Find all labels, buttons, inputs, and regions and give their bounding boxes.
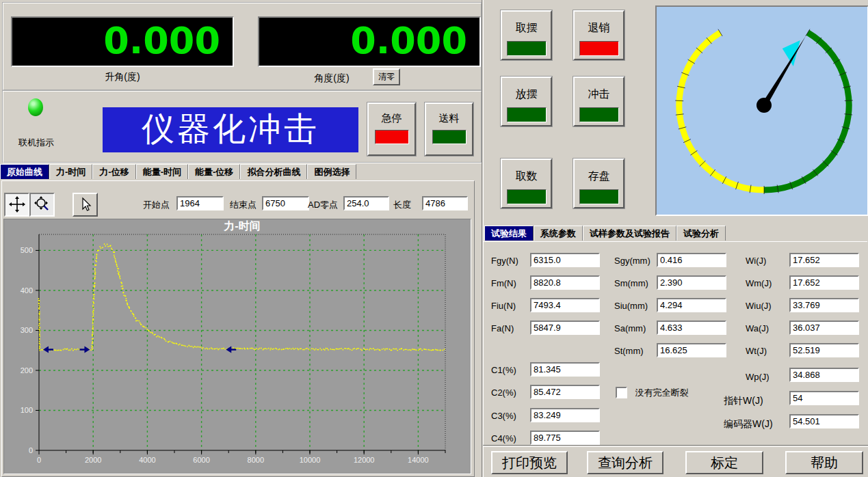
result-panel-edge (483, 241, 867, 243)
mode-banner: 仪器化冲击 (103, 107, 358, 152)
siu-label: Siu(mm) (614, 301, 648, 311)
tab-test-analysis[interactable]: 试验分析 (676, 226, 726, 241)
lift-angle-value: 0.000 (103, 19, 220, 62)
tab-system-params[interactable]: 系统参数 (534, 226, 583, 241)
pan-tool-button[interactable] (4, 193, 29, 217)
retract-pin-button[interactable]: 退销 (573, 10, 624, 60)
fa-input[interactable] (530, 321, 600, 335)
angle-display: 0.000 (258, 16, 481, 67)
tab-sample-params-report[interactable]: 试样参数及试验报告 (583, 226, 676, 241)
svg-text:6000: 6000 (193, 456, 209, 464)
chart-panel: 开始点 结束点 AD零点 长度 010020030040050002000400… (1, 180, 475, 477)
lift-angle-display: 0.000 (11, 16, 234, 67)
wp-label: Wp(J) (746, 372, 770, 382)
wt-input[interactable] (789, 343, 859, 357)
svg-text:100: 100 (21, 406, 33, 414)
encoder-w-input[interactable] (789, 414, 859, 428)
release-pendulum-indicator (507, 107, 547, 122)
c4-input[interactable] (530, 431, 600, 445)
tab-energy-time[interactable]: 能量-时间 (136, 164, 188, 179)
checkbox-box[interactable] (616, 387, 627, 398)
fiu-label: Fiu(N) (491, 301, 516, 311)
retract-pin-indicator (579, 41, 619, 56)
pointer-w-input[interactable] (789, 391, 859, 405)
fgy-label: Fgy(N) (491, 256, 518, 266)
angle-value: 0.000 (350, 19, 467, 62)
save-disk-button[interactable]: 存盘 (573, 159, 624, 208)
c3-label: C3(%) (491, 411, 516, 421)
svg-text:500: 500 (21, 246, 33, 254)
zoom-tool-button[interactable] (29, 193, 55, 217)
retract-pin-label: 退销 (575, 21, 623, 36)
vertical-divider (482, 0, 484, 477)
lift-angle-label: 升角(度) (11, 71, 234, 83)
wm-label: Wm(J) (746, 278, 772, 288)
print-preview-button[interactable]: 打印预览 (491, 451, 568, 474)
fm-input[interactable] (530, 275, 600, 290)
online-led-label: 联机指示 (9, 137, 64, 149)
status-groupbox: 联机指示 仪器化冲击 急停 送料 (2, 90, 482, 163)
force-time-chart[interactable]: 0100200300400500020004000600080001000012… (3, 219, 471, 474)
tab-energy-displacement[interactable]: 能量-位移 (188, 164, 240, 179)
tab-raw-curve[interactable]: 原始曲线 (0, 164, 49, 179)
help-button[interactable]: 帮助 (785, 451, 863, 474)
not-fully-broken-checkbox[interactable]: 没有完全断裂 (616, 386, 688, 399)
siu-input[interactable] (657, 298, 726, 312)
st-input[interactable] (657, 343, 726, 357)
release-pendulum-button[interactable]: 放摆 (501, 77, 552, 126)
cursor-tool-button[interactable] (73, 193, 98, 217)
curve-tabstrip: 原始曲线力-时间力-位移能量-时间能量-位移拟合分析曲线图例选择 (0, 164, 479, 180)
tab-legend-select[interactable]: 图例选择 (307, 164, 356, 179)
clear-zero-button[interactable]: 清零 (373, 68, 400, 85)
c4-label: C4(%) (491, 433, 516, 444)
length-label: 长度 (393, 199, 411, 211)
svg-text:14000: 14000 (408, 456, 429, 464)
bottom-divider (483, 445, 868, 447)
take-pendulum-button[interactable]: 取摆 (501, 10, 552, 60)
end-point-input[interactable] (262, 196, 309, 210)
c3-input[interactable] (530, 408, 600, 422)
release-pendulum-label: 放摆 (502, 87, 551, 102)
wa-label: Wa(J) (746, 323, 769, 333)
pan-icon (9, 196, 25, 213)
tab-force-time[interactable]: 力-时间 (49, 164, 92, 179)
acquire-data-button[interactable]: 取数 (501, 159, 552, 208)
fiu-input[interactable] (530, 298, 600, 312)
sm-label: Sm(mm) (614, 278, 648, 288)
wi-input[interactable] (789, 253, 859, 267)
save-disk-label: 存盘 (575, 169, 623, 184)
fgy-input[interactable] (530, 253, 600, 267)
c2-input[interactable] (530, 385, 600, 399)
sm-input[interactable] (657, 275, 726, 290)
sgy-input[interactable] (657, 253, 726, 267)
wiu-label: Wiu(J) (746, 301, 772, 311)
fa-label: Fa(N) (491, 323, 514, 333)
length-input[interactable] (422, 196, 468, 210)
start-point-input[interactable] (176, 196, 224, 210)
wa-input[interactable] (789, 321, 859, 335)
tab-force-displacement[interactable]: 力-位移 (92, 164, 135, 179)
impact-label: 冲击 (575, 87, 623, 102)
impact-test-app: 0.000 升角(度) 0.000 角度(度) 清零 联机指示 仪器化冲击 急停… (0, 0, 868, 477)
impact-button[interactable]: 冲击 (573, 77, 624, 126)
ad-zero-input[interactable] (343, 196, 389, 210)
wp-input[interactable] (789, 368, 859, 382)
sa-input[interactable] (657, 321, 726, 335)
tab-fit-analysis-curve[interactable]: 拟合分析曲线 (240, 164, 307, 179)
wm-input[interactable] (789, 275, 859, 290)
svg-text:400: 400 (21, 286, 33, 295)
estop-button[interactable]: 急停 (367, 103, 416, 156)
c1-input[interactable] (530, 362, 600, 377)
sa-label: Sa(mm) (614, 323, 646, 333)
chart-svg: 0100200300400500020004000600080001000012… (4, 219, 469, 472)
svg-text:0: 0 (29, 446, 33, 454)
calibration-button[interactable]: 标定 (685, 451, 763, 474)
svg-text:200: 200 (21, 366, 33, 374)
sgy-label: Sgy(mm) (614, 256, 650, 266)
feed-button[interactable]: 送料 (425, 103, 473, 156)
query-analysis-button[interactable]: 查询分析 (587, 451, 663, 474)
feed-indicator (432, 130, 466, 144)
impact-indicator (579, 107, 619, 122)
wiu-input[interactable] (789, 298, 859, 312)
tab-test-results[interactable]: 试验结果 (484, 226, 534, 241)
